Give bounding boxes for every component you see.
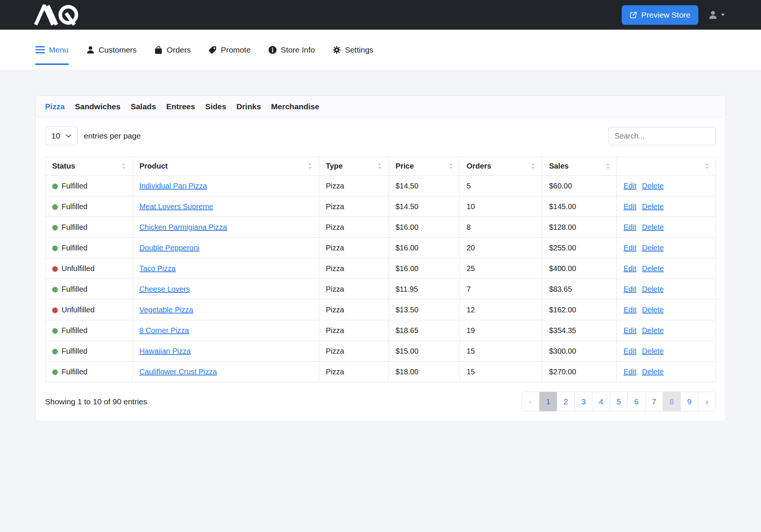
sort-arrows-icon xyxy=(705,163,709,169)
edit-link[interactable]: Edit xyxy=(624,347,636,355)
tab-drinks[interactable]: Drinks xyxy=(237,102,261,111)
tab-entrees[interactable]: Entrees xyxy=(166,102,195,111)
product-link[interactable]: Taco Pizza xyxy=(139,264,176,273)
page-button-8[interactable]: 8 xyxy=(663,392,681,411)
type-cell: Pizza xyxy=(319,238,389,258)
edit-link[interactable]: Edit xyxy=(624,306,636,314)
price-cell: $15.00 xyxy=(389,341,460,362)
brand-logo[interactable] xyxy=(34,5,81,26)
page-button-5[interactable]: 5 xyxy=(610,392,628,411)
account-menu[interactable] xyxy=(708,10,725,20)
page-button-4[interactable]: 4 xyxy=(592,392,610,411)
products-table: StatusProductTypePriceOrdersSales Fulfil… xyxy=(45,157,716,382)
price-cell: $16.00 xyxy=(389,258,460,279)
delete-link[interactable]: Delete xyxy=(642,285,664,293)
nav-item-label: Settings xyxy=(345,45,374,54)
status-label: Unfulfilled xyxy=(62,306,95,314)
actions-cell: EditDelete xyxy=(616,320,716,341)
edit-link[interactable]: Edit xyxy=(624,368,636,376)
edit-link[interactable]: Edit xyxy=(624,223,636,231)
entries-per-page-label: entries per page xyxy=(84,131,141,140)
nav-item-store-info[interactable]: Store Info xyxy=(268,45,315,54)
nav-item-label: Promote xyxy=(221,45,250,54)
delete-link[interactable]: Delete xyxy=(642,306,664,314)
price-cell: $18.65 xyxy=(389,320,460,341)
product-link[interactable]: Meat Lovers Supreme xyxy=(139,202,213,211)
product-link[interactable]: Vegetable Pizza xyxy=(139,306,193,314)
tab-sides[interactable]: Sides xyxy=(205,102,226,111)
product-link[interactable]: Chicken Parmigiana Pizza xyxy=(139,223,227,231)
edit-link[interactable]: Edit xyxy=(624,264,636,273)
search-input[interactable] xyxy=(608,127,716,145)
column-header-status[interactable]: Status xyxy=(45,157,133,176)
tab-salads[interactable]: Salads xyxy=(131,102,156,111)
actions-cell: EditDelete xyxy=(616,279,716,300)
status-dot xyxy=(52,225,58,231)
nav-item-promote[interactable]: Promote xyxy=(208,45,250,54)
column-label: Sales xyxy=(549,162,568,170)
product-cell: Taco Pizza xyxy=(133,258,319,279)
page-button-2[interactable]: 2 xyxy=(557,392,575,411)
page-button-6[interactable]: 6 xyxy=(627,392,645,411)
product-link[interactable]: Cauliflower Crust Pizza xyxy=(139,368,217,376)
pagination-next-button[interactable]: › xyxy=(698,392,716,411)
delete-link[interactable]: Delete xyxy=(642,244,664,252)
type-cell: Pizza xyxy=(319,217,389,238)
nav-item-settings[interactable]: Settings xyxy=(332,45,374,54)
nav-item-orders[interactable]: Orders xyxy=(154,45,191,54)
tab-merchandise[interactable]: Merchandise xyxy=(271,102,319,111)
type-cell: Pizza xyxy=(319,300,389,320)
product-link[interactable]: Hawaiian Pizza xyxy=(139,347,191,355)
page-button-7[interactable]: 7 xyxy=(645,392,663,411)
pagination-prev-button[interactable]: ‹ xyxy=(521,392,539,411)
delete-link[interactable]: Delete xyxy=(642,347,664,355)
table-row: Fulfilled8 Corner PizzaPizza$18.6519$354… xyxy=(45,320,716,341)
nav-item-label: Orders xyxy=(167,45,191,54)
status-label: Fulfilled xyxy=(62,347,87,355)
tab-pizza[interactable]: Pizza xyxy=(45,102,65,111)
column-header-orders[interactable]: Orders xyxy=(460,157,542,176)
delete-link[interactable]: Delete xyxy=(642,368,664,376)
nav-item-customers[interactable]: Customers xyxy=(86,45,137,54)
status-cell: Fulfilled xyxy=(45,341,133,362)
product-link[interactable]: Double Pepperoni xyxy=(139,244,199,252)
caret-down-icon xyxy=(721,14,725,16)
delete-link[interactable]: Delete xyxy=(642,264,664,273)
column-header-product[interactable]: Product xyxy=(133,157,319,176)
page-button-1[interactable]: 1 xyxy=(539,392,557,411)
edit-link[interactable]: Edit xyxy=(624,182,636,190)
tab-sandwiches[interactable]: Sandwiches xyxy=(75,102,121,111)
delete-link[interactable]: Delete xyxy=(642,326,664,335)
sales-cell: $128.00 xyxy=(542,217,616,238)
page-button-9[interactable]: 9 xyxy=(680,392,698,411)
delete-link[interactable]: Delete xyxy=(642,182,664,190)
page-button-3[interactable]: 3 xyxy=(574,392,592,411)
delete-link[interactable]: Delete xyxy=(642,202,664,211)
column-header-type[interactable]: Type xyxy=(319,157,389,176)
edit-link[interactable]: Edit xyxy=(624,202,636,211)
product-link[interactable]: 8 Corner Pizza xyxy=(139,326,189,335)
entries-per-page-select[interactable]: 10 xyxy=(45,127,78,145)
price-cell: $14.50 xyxy=(389,196,460,217)
product-link[interactable]: Individual Pan Pizza xyxy=(139,182,207,190)
edit-link[interactable]: Edit xyxy=(624,326,636,335)
sales-cell: $354.35 xyxy=(542,320,616,341)
nav-item-menu[interactable]: Menu xyxy=(35,45,69,54)
table-row: FulfilledCauliflower Crust PizzaPizza$18… xyxy=(45,362,716,382)
bag-icon xyxy=(154,45,163,54)
column-header-col[interactable] xyxy=(616,157,716,176)
table-controls: 10 entries per page xyxy=(45,127,716,145)
price-cell: $16.00 xyxy=(389,217,460,238)
product-link[interactable]: Cheese Lovers xyxy=(139,285,190,293)
preview-store-button[interactable]: Preview Store xyxy=(622,5,698,25)
column-header-sales[interactable]: Sales xyxy=(542,157,616,176)
column-header-price[interactable]: Price xyxy=(389,157,460,176)
nav-item-label: Menu xyxy=(49,45,69,54)
edit-link[interactable]: Edit xyxy=(624,285,636,293)
type-cell: Pizza xyxy=(319,341,389,362)
main-nav: MenuCustomersOrdersPromoteStore InfoSett… xyxy=(0,30,761,70)
status-dot xyxy=(52,266,58,272)
showing-entries-text: Showing 1 to 10 of 90 entries xyxy=(45,397,147,406)
delete-link[interactable]: Delete xyxy=(642,223,664,231)
edit-link[interactable]: Edit xyxy=(624,244,636,252)
